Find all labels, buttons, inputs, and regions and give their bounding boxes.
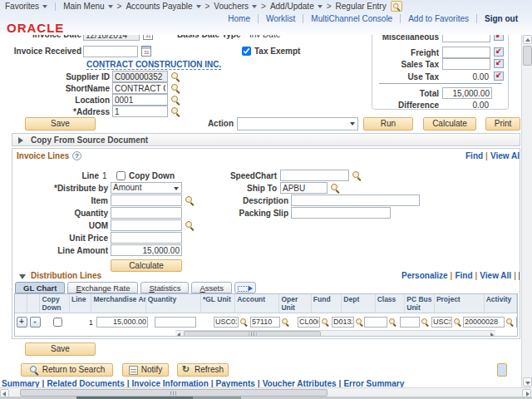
freight-input[interactable]	[442, 47, 490, 58]
copy-from-source-section[interactable]: Copy From Source Document	[12, 133, 520, 146]
breadcrumb-vouchers[interactable]: Vouchers	[214, 2, 257, 11]
row-fund-input[interactable]	[332, 317, 354, 328]
breadcrumb-regular-entry[interactable]: Regular Entry	[336, 2, 387, 11]
calendar-icon[interactable]	[141, 46, 151, 57]
row-oper-unit-input[interactable]	[298, 317, 320, 328]
link-multichannel-console[interactable]: MultiChannel Console	[303, 14, 400, 23]
tab-exchange-rate[interactable]: Exchange Rate	[67, 282, 138, 293]
transfer-icon[interactable]	[494, 47, 504, 57]
breadcrumb-main-menu[interactable]: Main Menu	[63, 2, 112, 11]
packing-slip-input[interactable]	[291, 207, 391, 219]
lookup-icon[interactable]	[453, 318, 462, 327]
scroll-right-arrow-icon[interactable]	[490, 332, 494, 337]
row-dept-input[interactable]	[364, 317, 387, 328]
transfer-icon[interactable]	[494, 71, 504, 81]
grid-horizontal-scrollbar[interactable]	[175, 330, 495, 337]
invoice-lines-find-link[interactable]: Find	[466, 151, 483, 160]
lookup-icon[interactable]	[239, 318, 249, 327]
breadcrumb-accounts-payable[interactable]: Accounts Payable	[126, 2, 200, 11]
address-input[interactable]	[112, 106, 168, 117]
row-merchandise-amt-input[interactable]	[96, 317, 148, 328]
unit-price-input[interactable]	[111, 232, 182, 244]
grid-scrollbar-thumb[interactable]	[184, 331, 321, 337]
lookup-icon[interactable]	[388, 318, 397, 327]
zoom-grid-icon[interactable]	[519, 272, 520, 280]
calculate-line-button[interactable]: Calculate	[111, 259, 182, 272]
lookup-icon[interactable]	[170, 83, 180, 93]
scroll-left-arrow-icon[interactable]	[177, 332, 180, 337]
link-home[interactable]: Home	[220, 14, 258, 23]
uom-input[interactable]	[111, 219, 182, 231]
lookup-icon[interactable]	[352, 170, 362, 180]
vertical-scrollbar-thumb[interactable]	[523, 46, 532, 66]
scroll-up-button[interactable]	[523, 35, 532, 44]
breadcrumb-search-button[interactable]	[391, 1, 402, 12]
calculate-button[interactable]: Calculate	[423, 117, 476, 131]
calendar-icon[interactable]	[143, 35, 153, 40]
lookup-icon[interactable]	[421, 318, 430, 327]
line-amount-input[interactable]	[111, 244, 182, 256]
tab-statistics[interactable]: Statistics	[140, 282, 189, 293]
shortname-input[interactable]	[112, 82, 168, 94]
lookup-icon[interactable]	[330, 183, 340, 193]
description-input[interactable]	[291, 195, 420, 206]
save-button[interactable]: Save	[25, 117, 96, 131]
supplier-name-link[interactable]: CONTRACT CONSTRUCTION INC.	[86, 60, 221, 70]
footer-link-voucher-attributes[interactable]: Voucher Attributes	[263, 379, 337, 387]
show-all-tabs-button[interactable]	[234, 282, 256, 293]
copy-down-checkbox[interactable]	[116, 171, 126, 180]
link-add-to-favorites[interactable]: Add to Favorites	[400, 14, 476, 23]
row-activity-input[interactable]	[516, 317, 518, 328]
vertical-scrollbar[interactable]	[521, 35, 532, 387]
sales-tax-input[interactable]	[442, 58, 490, 70]
lookup-icon[interactable]	[170, 95, 180, 105]
tab-assets[interactable]: Assets	[191, 282, 232, 293]
breadcrumb-favorites[interactable]: Favorites	[5, 2, 47, 11]
speedchart-input[interactable]	[280, 170, 349, 181]
row-class-input[interactable]	[400, 317, 420, 328]
distribution-view-all-link[interactable]: View All	[480, 271, 511, 280]
footer-link-summary[interactable]: Summary	[2, 379, 40, 387]
distribution-find-link[interactable]: Find	[455, 271, 472, 280]
collapse-arrow-icon[interactable]	[19, 274, 26, 279]
remove-row-button[interactable]: -	[30, 317, 41, 328]
lookup-icon[interactable]	[321, 318, 330, 327]
lookup-icon[interactable]	[185, 220, 195, 230]
lookup-icon[interactable]	[505, 318, 515, 327]
print-button[interactable]: Print	[485, 117, 520, 131]
ship-to-input[interactable]	[280, 182, 328, 194]
breadcrumb-add-update[interactable]: Add/Update	[270, 2, 323, 11]
personalize-link[interactable]: Personalize	[401, 271, 448, 280]
return-to-search-button[interactable]: Return to Search	[21, 363, 113, 377]
tab-gl-chart[interactable]: GL Chart	[15, 282, 65, 293]
horizontal-scrollbar-thumb[interactable]	[20, 389, 328, 397]
notify-button[interactable]: Notify	[122, 363, 169, 377]
miscellaneous-input[interactable]	[442, 35, 490, 42]
link-sign-out[interactable]: Sign out	[476, 14, 525, 23]
lookup-icon[interactable]	[170, 71, 180, 81]
invoice-date-input[interactable]	[83, 35, 140, 41]
action-select[interactable]	[237, 117, 358, 131]
distribute-by-select[interactable]: Amount	[111, 182, 182, 194]
quantity-input[interactable]	[111, 207, 182, 219]
row-pc-bus-unit-input[interactable]	[431, 317, 452, 328]
footer-link-error-summary[interactable]: Error Summary	[343, 379, 404, 387]
footer-link-invoice-information[interactable]: Invoice Information	[132, 379, 209, 387]
footer-link-related-documents[interactable]: Related Documents	[47, 379, 124, 387]
link-worklist[interactable]: Worklist	[258, 14, 303, 23]
transfer-icon[interactable]	[494, 59, 504, 68]
invoice-lines-view-all-link[interactable]: View All	[490, 151, 520, 160]
tax-exempt-checkbox[interactable]	[242, 47, 251, 56]
footer-link-payments[interactable]: Payments	[216, 379, 255, 387]
refresh-button[interactable]: Refresh	[177, 363, 229, 377]
save-button-bottom[interactable]: Save	[25, 342, 96, 356]
lookup-icon[interactable]	[170, 106, 180, 116]
supplier-id-input[interactable]	[112, 71, 168, 82]
invoice-received-input[interactable]	[83, 46, 138, 57]
scroll-down-button[interactable]	[523, 377, 532, 387]
row-project-input[interactable]	[463, 317, 505, 328]
row-account-input[interactable]	[250, 317, 280, 328]
help-icon[interactable]	[72, 151, 81, 160]
item-input[interactable]	[111, 195, 182, 206]
lookup-icon[interactable]	[355, 318, 364, 327]
